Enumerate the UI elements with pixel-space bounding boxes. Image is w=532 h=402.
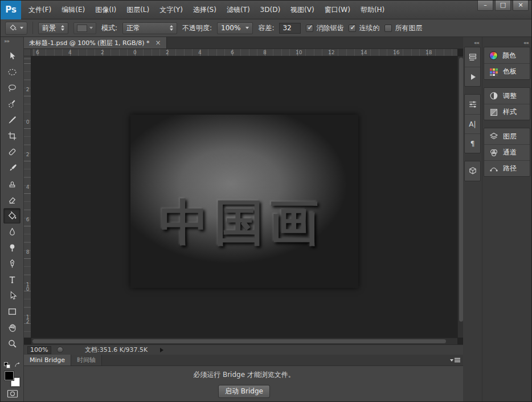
blur-tool[interactable] (3, 224, 21, 239)
mode-select[interactable]: 正常 (122, 22, 177, 34)
3d-panel-button[interactable] (465, 161, 480, 181)
menu-image[interactable]: 图像(I) (90, 1, 121, 19)
pen-tool[interactable] (3, 256, 21, 271)
fill-source-select[interactable]: 前景 (38, 22, 68, 34)
paths-panel-label: 路径 (503, 164, 517, 173)
menu-help[interactable]: 帮助(H) (355, 1, 390, 19)
clone-stamp-tool[interactable] (3, 176, 21, 192)
ruler-origin-corner[interactable] (24, 49, 31, 56)
paint-bucket-tool[interactable] (3, 208, 21, 224)
swatches-panel-button[interactable]: 色板 (484, 63, 530, 79)
lasso-tool[interactable] (3, 80, 21, 96)
canvas[interactable]: 中国画 (130, 115, 358, 288)
default-colors-icon[interactable] (4, 362, 10, 368)
document-tab[interactable]: 未标题-1.psd @ 100% (图层 1, RGB/8) * × (24, 37, 167, 48)
actions-panel-button[interactable] (465, 67, 480, 86)
pen-tool-icon (7, 259, 17, 269)
toolbox: »» (1, 37, 24, 401)
clone-stamp-tool-icon (7, 179, 17, 189)
rectangle-tool[interactable] (3, 304, 21, 319)
adjustments-panel-button[interactable]: 调整 (484, 88, 530, 104)
path-selection-tool[interactable] (3, 288, 21, 303)
tab-timeline[interactable]: 时间轴 (71, 355, 102, 366)
zoom-tool[interactable] (3, 336, 21, 351)
tool-preset-picker[interactable] (5, 22, 27, 35)
menu-layer[interactable]: 图层(L) (121, 1, 154, 19)
bottom-panel-tabs: Mini Bridge 时间轴 (24, 355, 464, 366)
maximize-button[interactable]: □ (495, 1, 511, 11)
all-layers-label: 所有图层 (395, 23, 422, 33)
quick-selection-tool[interactable] (3, 96, 21, 112)
paths-panel-button[interactable]: 路径 (484, 160, 530, 176)
document-tab-title: 未标题-1.psd @ 100% (图层 1, RGB/8) * (29, 39, 150, 47)
status-menu-arrow-icon[interactable] (160, 348, 163, 352)
healing-brush-tool[interactable] (3, 144, 21, 160)
titlebar: Ps 文件(F) 编辑(E) 图像(I) 图层(L) 文字(Y) 选择(S) 滤… (1, 1, 531, 19)
type-tool[interactable] (3, 272, 21, 287)
tab-mini-bridge[interactable]: Mini Bridge (24, 355, 71, 366)
rectangle-tool-icon (7, 307, 17, 316)
marquee-tool[interactable] (3, 64, 21, 80)
history-panel-button[interactable] (465, 47, 480, 67)
panel-menu-icon[interactable] (450, 358, 460, 363)
toolbox-collapse-button[interactable]: »» (1, 37, 23, 47)
layers-panel-button[interactable]: 图层 (484, 128, 530, 144)
styles-panel-label: 样式 (503, 107, 517, 117)
swap-colors-icon[interactable] (14, 362, 21, 368)
zoom-level-input[interactable]: 100% (27, 346, 51, 354)
dock-collapse-button[interactable]: «« (463, 37, 482, 47)
adjustments-panel-label: 调整 (503, 91, 517, 101)
menu-window[interactable]: 窗口(W) (320, 1, 355, 19)
menu-view[interactable]: 视图(V) (285, 1, 320, 19)
panel-group (464, 161, 481, 181)
blur-tool-icon (7, 227, 17, 237)
menu-select[interactable]: 选择(S) (188, 1, 222, 19)
brush-tool[interactable] (3, 160, 21, 176)
eraser-tool[interactable] (3, 192, 21, 208)
character-panel-button[interactable]: A| (465, 114, 480, 133)
dock-collapse-button[interactable]: «« (482, 37, 531, 47)
paragraph-panel-icon: ¶ (470, 140, 475, 147)
eyedropper-tool[interactable] (3, 112, 21, 128)
foreground-color-swatch[interactable] (5, 371, 14, 380)
dodge-tool[interactable] (3, 240, 21, 255)
hand-tool[interactable] (3, 320, 21, 335)
mini-bridge-panel: Mini Bridge 时间轴 必须运行 Bridge 才能浏览文件。 启动 B… (24, 355, 464, 402)
horizontal-scrollbar[interactable] (31, 338, 457, 344)
document-size-info: 文档:351.6 K/937.5K (85, 346, 148, 354)
properties-panel-button[interactable] (465, 95, 480, 114)
paragraph-panel-button[interactable]: ¶ (465, 133, 480, 153)
status-icon (57, 347, 63, 353)
launch-bridge-button[interactable]: 启动 Bridge (218, 385, 270, 398)
all-layers-checkbox[interactable] (384, 25, 392, 32)
quick-selection-tool-icon (7, 99, 17, 109)
opacity-select[interactable]: 100% (217, 22, 253, 34)
tab-close-icon[interactable]: × (155, 39, 161, 46)
marquee-tool-icon (7, 67, 17, 77)
styles-panel-button[interactable]: 样式 (484, 104, 530, 120)
vertical-scrollbar-thumb[interactable] (459, 58, 463, 322)
menu-3d[interactable]: 3D(D) (255, 1, 285, 19)
color-panel-button[interactable]: 颜色 (484, 47, 530, 63)
toolbox-footer (1, 362, 24, 398)
tolerance-label: 容差: (258, 23, 274, 33)
chevron-down-icon (89, 27, 93, 29)
panel-group: 颜色 色板 (484, 47, 530, 80)
pattern-picker[interactable] (73, 22, 96, 34)
channels-panel-button[interactable]: 通道 (484, 144, 530, 160)
move-tool[interactable] (3, 48, 21, 64)
minimize-button[interactable]: – (477, 1, 493, 11)
crop-tool[interactable] (3, 128, 21, 144)
tolerance-input[interactable]: 32 (279, 23, 301, 34)
horizontal-scrollbar-thumb[interactable] (32, 339, 446, 343)
contiguous-checkbox[interactable] (349, 25, 356, 32)
menu-filter[interactable]: 滤镜(T) (222, 1, 255, 19)
pasteboard: 中国画 (31, 56, 457, 338)
menu-edit[interactable]: 编辑(E) (56, 1, 90, 19)
menu-file[interactable]: 文件(F) (23, 1, 56, 19)
panel-group: A| ¶ (464, 94, 481, 153)
quick-mask-icon[interactable] (7, 389, 18, 398)
close-button[interactable]: × (513, 1, 529, 11)
menu-type[interactable]: 文字(Y) (154, 1, 188, 19)
antialias-checkbox[interactable] (306, 25, 313, 32)
